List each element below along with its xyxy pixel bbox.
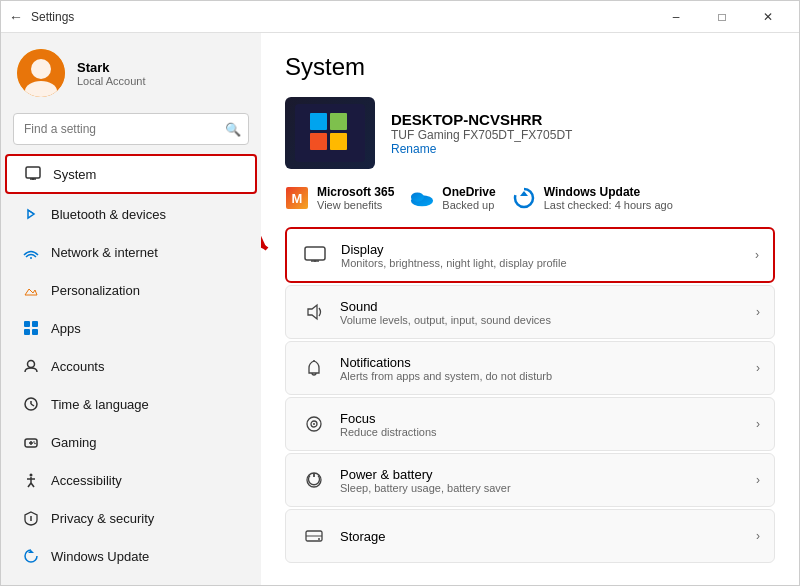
sidebar-label-personalization: Personalization [51,283,140,298]
storage-chevron: › [756,529,760,543]
sound-desc: Volume levels, output, input, sound devi… [340,314,551,326]
focus-icon [300,410,328,438]
svg-rect-10 [24,329,30,335]
quick-link-ms365[interactable]: M Microsoft 365 View benefits [285,185,394,211]
svg-line-6 [28,210,34,214]
sound-icon [300,298,328,326]
svg-rect-3 [26,167,40,178]
display-label: Display [341,242,567,257]
sidebar-item-privacy[interactable]: Privacy & security [5,500,257,536]
svg-point-19 [33,441,35,443]
system-icon [23,164,43,184]
focus-chevron: › [756,417,760,431]
svg-line-25 [31,483,34,487]
back-button[interactable]: ← [9,9,23,25]
user-account: Local Account [77,75,146,87]
user-info: Stark Local Account [77,60,146,87]
sidebar-item-time[interactable]: Time & language [5,386,257,422]
settings-item-focus[interactable]: Focus Reduce distractions › [285,397,775,451]
title-bar: ← Settings – □ ✕ [1,1,799,33]
search-input[interactable] [13,113,249,145]
window-controls: – □ ✕ [653,1,791,33]
svg-point-48 [313,423,315,425]
close-button[interactable]: ✕ [745,1,791,33]
svg-rect-33 [330,133,347,150]
network-icon [21,242,41,262]
svg-rect-30 [310,113,327,130]
search-icon: 🔍 [225,122,241,137]
svg-point-21 [30,474,33,477]
device-info: DESKTOP-NCVSHRR TUF Gaming FX705DT_FX705… [391,111,572,156]
sidebar-item-accounts[interactable]: Accounts [5,348,257,384]
time-icon [21,394,41,414]
sidebar-item-accessibility[interactable]: Accessibility [5,462,257,498]
maximize-button[interactable]: □ [699,1,745,33]
focus-desc: Reduce distractions [340,426,437,438]
sidebar-label-privacy: Privacy & security [51,511,154,526]
sidebar-label-time: Time & language [51,397,149,412]
sidebar-item-apps[interactable]: Apps [5,310,257,346]
focus-label: Focus [340,411,437,426]
sidebar-item-bluetooth[interactable]: Bluetooth & devices [5,196,257,232]
avatar [17,49,65,97]
sidebar-item-personalization[interactable]: Personalization [5,272,257,308]
wupdate-sub: Last checked: 4 hours ago [544,199,673,211]
ms365-sub: View benefits [317,199,394,211]
user-section[interactable]: Stark Local Account [1,33,261,109]
accessibility-icon [21,470,41,490]
gaming-icon [21,432,41,452]
minimize-button[interactable]: – [653,1,699,33]
sound-label: Sound [340,299,551,314]
wupdate-label: Windows Update [544,185,673,199]
onedrive-sub: Backed up [442,199,495,211]
sidebar-item-gaming[interactable]: Gaming [5,424,257,460]
bluetooth-icon [21,204,41,224]
wupdate-icon [512,186,536,210]
svg-line-15 [31,404,34,406]
sidebar-label-bluetooth: Bluetooth & devices [51,207,166,222]
power-desc: Sleep, battery usage, battery saver [340,482,511,494]
sidebar-label-system: System [53,167,96,182]
display-desc: Monitors, brightness, night light, displ… [341,257,567,269]
sidebar-item-network[interactable]: Network & internet [5,234,257,270]
settings-item-sound[interactable]: Sound Volume levels, output, input, soun… [285,285,775,339]
privacy-icon [21,508,41,528]
window-title: Settings [31,10,74,24]
update-icon [21,546,41,566]
storage-icon [300,522,328,550]
settings-item-storage[interactable]: Storage › [285,509,775,563]
quick-link-onedrive[interactable]: OneDrive Backed up [410,185,495,211]
svg-point-37 [411,192,424,201]
svg-rect-8 [24,321,30,327]
search-box[interactable]: 🔍 [13,113,249,145]
svg-rect-32 [310,133,327,150]
sidebar-item-system[interactable]: System [5,154,257,194]
ms365-label: Microsoft 365 [317,185,394,199]
device-name: DESKTOP-NCVSHRR [391,111,572,128]
svg-rect-11 [32,329,38,335]
svg-rect-31 [330,113,347,130]
svg-point-27 [30,516,32,518]
svg-point-53 [318,538,320,540]
display-chevron: › [755,248,759,262]
ms365-icon: M [285,186,309,210]
device-model: TUF Gaming FX705DT_FX705DT [391,128,572,142]
sidebar-item-update[interactable]: Windows Update [5,538,257,574]
notifications-icon [300,354,328,382]
user-name: Stark [77,60,146,75]
rename-link[interactable]: Rename [391,142,572,156]
power-label: Power & battery [340,467,511,482]
power-icon [300,466,328,494]
quick-link-wupdate[interactable]: Windows Update Last checked: 4 hours ago [512,185,673,211]
sidebar-label-accessibility: Accessibility [51,473,122,488]
settings-item-notifications[interactable]: Notifications Alerts from apps and syste… [285,341,775,395]
onedrive-label: OneDrive [442,185,495,199]
page-title: System [285,53,775,81]
device-image [285,97,375,169]
main-panel: System [261,33,799,585]
svg-point-1 [31,59,51,79]
sidebar-label-gaming: Gaming [51,435,97,450]
settings-window: ← Settings – □ ✕ Stark [0,0,800,586]
settings-item-display[interactable]: Display Monitors, brightness, night ligh… [285,227,775,283]
settings-item-power[interactable]: Power & battery Sleep, battery usage, ba… [285,453,775,507]
